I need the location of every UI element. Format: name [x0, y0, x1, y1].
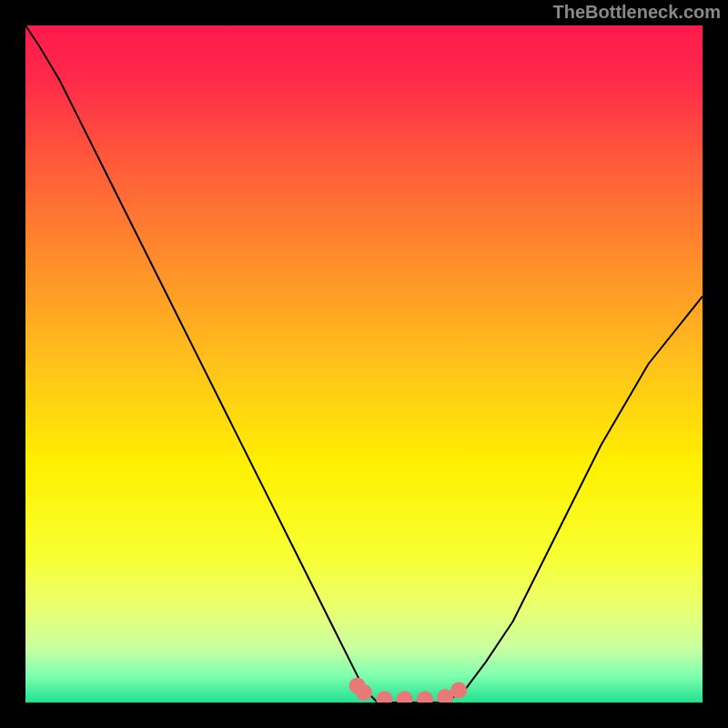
gradient-background	[25, 25, 703, 703]
chart-container: TheBottleneck.com	[0, 0, 728, 728]
marker-dot	[356, 684, 372, 701]
watermark-text: TheBottleneck.com	[553, 2, 721, 23]
chart-svg	[25, 25, 703, 703]
marker-dot	[450, 682, 467, 699]
plot-area	[25, 25, 703, 703]
